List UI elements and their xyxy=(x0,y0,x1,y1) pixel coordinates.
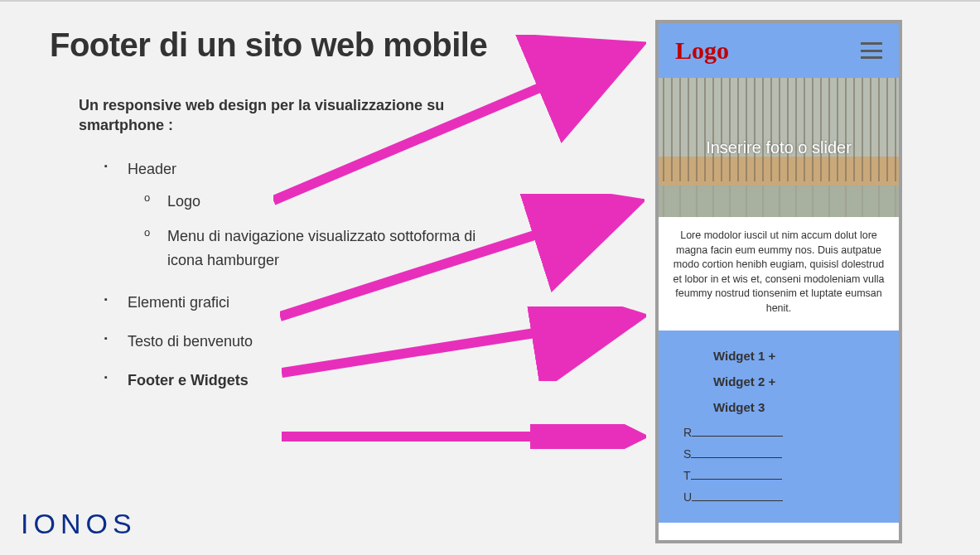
list-item-header: Header Logo Menu di navigazione visualiz… xyxy=(104,161,563,273)
phone-header: Logo xyxy=(659,23,899,78)
list-subitem-logo: Logo xyxy=(144,190,563,214)
phone-mockup: Logo xyxy=(655,20,902,543)
list-item-footer: Footer e Widgets xyxy=(104,372,563,389)
list-item-welcome: Testo di benvenuto xyxy=(104,333,563,350)
slider-placeholder-text: Inserire foto o slider xyxy=(659,78,899,217)
list-item-graphics: Elementi grafici xyxy=(104,294,563,311)
arrow-footer xyxy=(282,424,646,449)
footer-links: R S T U xyxy=(680,426,877,504)
page-title: Footer di un sito web mobile xyxy=(50,27,563,64)
list-item-label: Header xyxy=(128,161,176,177)
brand-logo: IONOS xyxy=(21,508,137,540)
list-subitem-menu: Menu di navigazione visualizzato sottofo… xyxy=(144,224,492,273)
widget-3[interactable]: Widget 3 xyxy=(680,400,877,414)
phone-logo: Logo xyxy=(675,36,729,65)
phone-welcome-text: Lore modolor iuscil ut nim accum dolut l… xyxy=(659,217,899,331)
widget-1[interactable]: Widget 1 + xyxy=(680,349,877,363)
phone-slider: Inserire foto o slider xyxy=(659,78,899,217)
page-subtitle: Un responsive web design per la visualiz… xyxy=(79,95,460,136)
footer-link-t[interactable]: T xyxy=(683,469,877,482)
footer-link-s[interactable]: S xyxy=(683,447,877,461)
footer-link-r[interactable]: R xyxy=(683,426,877,439)
footer-link-u[interactable]: U xyxy=(683,490,877,504)
widget-2[interactable]: Widget 2 + xyxy=(680,374,877,388)
hamburger-icon[interactable] xyxy=(861,42,882,59)
phone-footer: Widget 1 + Widget 2 + Widget 3 R S T U xyxy=(659,331,899,523)
